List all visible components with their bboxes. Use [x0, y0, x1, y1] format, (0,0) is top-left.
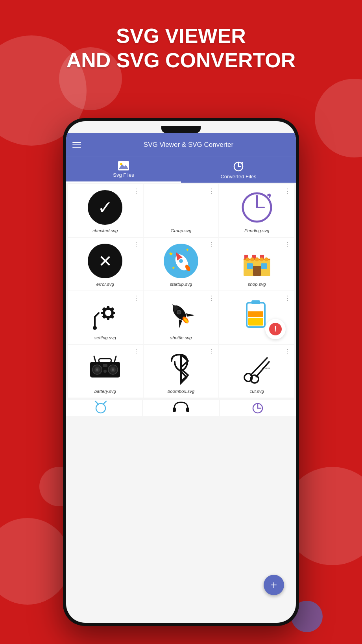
converted-files-icon — [233, 161, 244, 172]
grid-item-error[interactable]: ⋮ ✕ error.svg — [68, 238, 143, 291]
cut-label: cut.svg — [249, 389, 264, 394]
cut-svg-preview — [240, 351, 274, 385]
shop-icon — [239, 243, 275, 279]
tab-converted-files[interactable]: Converted Files — [181, 157, 296, 183]
bluetooth-icon-cell — [163, 350, 199, 386]
item-menu-cut[interactable]: ⋮ — [284, 348, 290, 355]
grid-item-shop[interactable]: ⋮ — [219, 238, 294, 291]
tab-svg-files[interactable]: Svg Files — [66, 157, 181, 183]
battery-warning-badge: ! — [265, 319, 286, 339]
shop-svg-preview — [240, 244, 274, 278]
boombox-icon — [87, 350, 123, 386]
fab-label: + — [271, 579, 277, 591]
item-menu-startup[interactable]: ⋮ — [209, 241, 214, 248]
group-label: Group.svg — [170, 228, 191, 233]
svg-rect-42 — [101, 312, 104, 314]
error-label: error.svg — [96, 282, 114, 287]
shuttle-icon — [163, 297, 199, 332]
svg-point-64 — [96, 368, 98, 371]
svg-rect-40 — [107, 306, 109, 309]
svg-point-32 — [255, 257, 259, 261]
svg-files-icon — [118, 161, 129, 170]
grid-item-shuttle[interactable]: ⋮ — [144, 291, 219, 344]
setting-icon — [87, 297, 123, 332]
svg-point-67 — [112, 368, 114, 371]
checked-icon: ✓ — [87, 190, 123, 225]
partial-item-1 — [66, 400, 142, 416]
svg-point-69 — [103, 370, 107, 373]
svg-text:★: ★ — [168, 250, 174, 257]
grid-item-bluetooth[interactable]: ⋮ boombox.svg — [144, 345, 219, 398]
file-grid: ⋮ ✓ checked.svg ⋮ Group.svg ⋮ — [66, 183, 296, 399]
setting-label: setting.svg — [94, 335, 116, 340]
grid-item-group[interactable]: ⋮ Group.svg — [144, 184, 219, 237]
item-menu-group[interactable]: ⋮ — [209, 187, 214, 195]
app-title: SVG Viewer & SVG Converter — [87, 141, 290, 149]
bluetooth-label: boombox.svg — [168, 389, 194, 394]
partial-bottom-row — [66, 400, 296, 416]
app-bar: SVG Viewer & SVG Converter — [66, 133, 296, 157]
tab-svg-files-label: Svg Files — [113, 172, 134, 178]
setting-svg-preview — [88, 297, 122, 332]
grid-item-battery[interactable]: ⋮ ! — [219, 291, 294, 344]
svg-line-71 — [115, 356, 116, 362]
checked-label: checked.svg — [92, 228, 118, 233]
svg-point-37 — [93, 326, 97, 330]
partial-item-2 — [143, 400, 219, 416]
error-icon: ✕ — [87, 243, 123, 279]
svg-rect-56 — [251, 300, 260, 304]
battery-icon: ! — [239, 297, 275, 332]
tab-converted-files-label: Converted Files — [220, 174, 256, 180]
cut-icon — [239, 350, 275, 386]
svg-rect-72 — [99, 359, 111, 363]
fab-add-button[interactable]: + — [264, 575, 284, 595]
item-menu-pending[interactable]: ⋮ — [284, 187, 290, 195]
tab-bar: Svg Files Converted Files — [66, 157, 296, 183]
item-menu-setting[interactable]: ⋮ — [133, 294, 139, 302]
phone-notch — [161, 126, 201, 133]
partial-icon-2 — [171, 400, 191, 414]
svg-line-76 — [256, 362, 269, 377]
partial-icon-3 — [248, 400, 268, 414]
grid-item-cut[interactable]: ⋮ cut.svg — [219, 345, 294, 398]
menu-button[interactable] — [72, 142, 81, 148]
svg-text:✦: ✦ — [185, 247, 189, 253]
item-menu-shop[interactable]: ⋮ — [284, 241, 290, 248]
boombox-svg-preview — [88, 351, 122, 385]
bg-circle-tr — [315, 79, 362, 157]
error-svg-preview: ✕ — [88, 244, 122, 278]
header-line1: SVG VIEWER — [0, 24, 362, 48]
shuttle-label: shuttle.svg — [170, 335, 192, 340]
pending-svg-preview — [240, 190, 274, 225]
app-header: SVG VIEWER AND SVG CONVERTOR — [0, 24, 362, 73]
grid-item-pending[interactable]: ⋮ Pending.svg — [219, 184, 294, 237]
svg-rect-58 — [248, 311, 263, 317]
pending-label: Pending.svg — [244, 228, 269, 233]
startup-svg-preview: ★ ★ ✦ — [164, 244, 198, 278]
svg-rect-28 — [253, 266, 261, 276]
item-menu-error[interactable]: ⋮ — [133, 241, 139, 248]
svg-rect-43 — [112, 312, 115, 314]
boombox-label: battery.svg — [94, 389, 116, 394]
item-menu-checked[interactable]: ⋮ — [133, 187, 139, 195]
svg-line-80 — [103, 401, 106, 404]
grid-item-startup[interactable]: ⋮ ★ ★ ✦ — [144, 238, 219, 291]
partial-icon-1 — [94, 400, 114, 414]
item-menu-shuttle[interactable]: ⋮ — [209, 294, 214, 302]
phone-screen: SVG Viewer & SVG Converter Svg Files — [66, 121, 296, 623]
svg-point-2 — [120, 163, 122, 165]
shuttle-svg-preview — [164, 297, 198, 332]
grid-item-checked[interactable]: ⋮ ✓ checked.svg — [68, 184, 143, 237]
pending-icon — [239, 190, 275, 225]
shop-label: shop.svg — [248, 282, 266, 287]
partial-item-3 — [220, 400, 296, 416]
grid-item-boombox[interactable]: ⋮ — [68, 345, 143, 398]
startup-label: startup.svg — [170, 282, 192, 287]
svg-point-34 — [264, 257, 268, 261]
svg-rect-68 — [103, 364, 107, 367]
item-menu-battery[interactable]: ⋮ — [284, 294, 290, 302]
svg-rect-57 — [248, 318, 263, 326]
grid-item-setting[interactable]: ⋮ — [68, 291, 143, 344]
item-menu-bluetooth[interactable]: ⋮ — [209, 348, 214, 355]
item-menu-boombox[interactable]: ⋮ — [133, 348, 139, 355]
